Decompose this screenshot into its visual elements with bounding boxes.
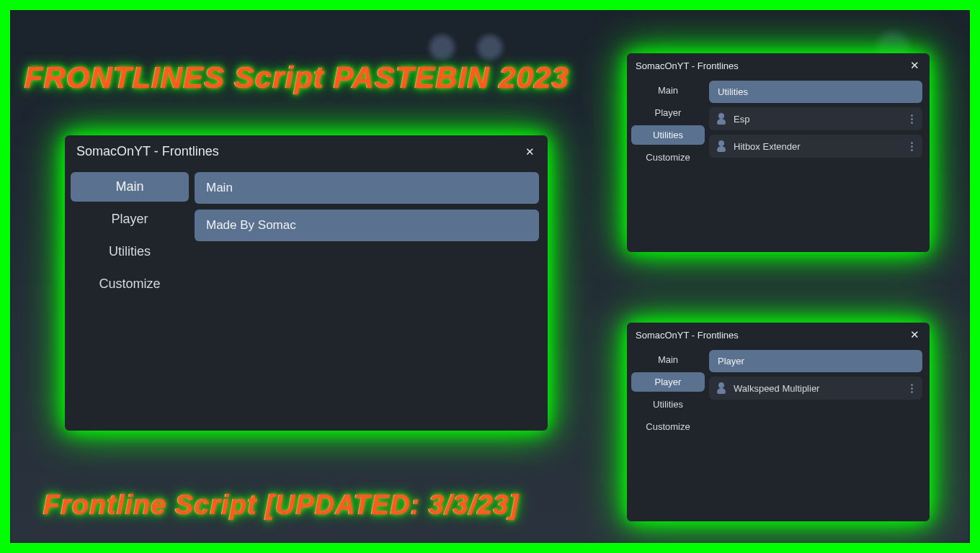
tab-main[interactable]: Main	[71, 172, 189, 202]
tab-player[interactable]: Player	[71, 204, 189, 234]
tab-customize[interactable]: Customize	[631, 148, 705, 167]
close-icon[interactable]: ✕	[908, 328, 921, 341]
close-icon[interactable]: ✕	[908, 59, 921, 72]
panel-player-header: SomacOnYT - Frontlines ✕	[627, 323, 930, 347]
panel-main-header: SomacOnYT - Frontlines ✕	[65, 135, 548, 168]
panel-player: SomacOnYT - Frontlines ✕ Main Player Uti…	[627, 323, 930, 521]
more-icon[interactable]	[908, 384, 915, 393]
headline-top: FRONTLINES Script PASTEBIN 2023	[24, 60, 569, 95]
feature-label: Hitbox Extender	[734, 141, 801, 152]
section-header-main: Main	[195, 172, 539, 204]
person-icon	[716, 113, 726, 125]
tab-customize[interactable]: Customize	[71, 269, 189, 299]
panel-main-glow: SomacOnYT - Frontlines ✕ Main Player Uti…	[65, 135, 548, 431]
person-icon	[716, 140, 726, 152]
feature-row-walkspeed[interactable]: Walkspeed Multiplier	[709, 377, 922, 400]
panel-utilities-sidebar: Main Player Utilities Customize	[627, 78, 709, 252]
panel-utilities-glow: SomacOnYT - Frontlines ✕ Main Player Uti…	[627, 53, 930, 252]
panel-utilities-title: SomacOnYT - Frontlines	[636, 60, 739, 71]
panel-player-content: Player Walkspeed Multiplier	[709, 347, 930, 521]
tab-player[interactable]: Player	[631, 103, 705, 122]
panel-player-sidebar: Main Player Utilities Customize	[627, 347, 709, 521]
panel-main-sidebar: Main Player Utilities Customize	[65, 168, 195, 431]
person-icon	[716, 382, 726, 394]
tab-utilities[interactable]: Utilities	[71, 237, 189, 266]
panel-player-glow: SomacOnYT - Frontlines ✕ Main Player Uti…	[627, 323, 930, 521]
section-header-player: Player	[709, 350, 922, 372]
tab-utilities[interactable]: Utilities	[631, 395, 705, 414]
close-icon[interactable]: ✕	[523, 145, 536, 158]
feature-label: Walkspeed Multiplier	[734, 383, 819, 394]
panel-main: SomacOnYT - Frontlines ✕ Main Player Uti…	[65, 135, 548, 431]
tab-customize[interactable]: Customize	[631, 417, 705, 436]
more-icon[interactable]	[908, 114, 915, 124]
panel-main-content: Main Made By Somac	[195, 168, 548, 431]
tab-main[interactable]: Main	[631, 81, 705, 100]
feature-row-esp[interactable]: Esp	[709, 107, 922, 130]
more-icon[interactable]	[908, 142, 915, 151]
panel-player-title: SomacOnYT - Frontlines	[636, 330, 739, 341]
tab-player[interactable]: Player	[631, 372, 705, 392]
panel-utilities-header: SomacOnYT - Frontlines ✕	[627, 53, 930, 78]
panel-utilities-body: Main Player Utilities Customize Utilitie…	[627, 78, 930, 252]
panel-main-title: SomacOnYT - Frontlines	[76, 144, 219, 159]
credit-label: Made By Somac	[195, 210, 539, 241]
tab-main[interactable]: Main	[631, 350, 705, 369]
feature-label: Esp	[734, 114, 749, 125]
panel-player-body: Main Player Utilities Customize Player W…	[627, 347, 930, 521]
headline-bottom: Frontline Script [UPDATED: 3/3/23]	[43, 490, 519, 521]
panel-utilities-content: Utilities Esp Hitbox Extender	[709, 78, 930, 252]
feature-row-hitbox[interactable]: Hitbox Extender	[709, 135, 922, 158]
panel-main-body: Main Player Utilities Customize Main Mad…	[65, 168, 548, 431]
section-header-utilities: Utilities	[709, 81, 922, 103]
panel-utilities: SomacOnYT - Frontlines ✕ Main Player Uti…	[627, 53, 930, 252]
tab-utilities[interactable]: Utilities	[631, 125, 705, 145]
